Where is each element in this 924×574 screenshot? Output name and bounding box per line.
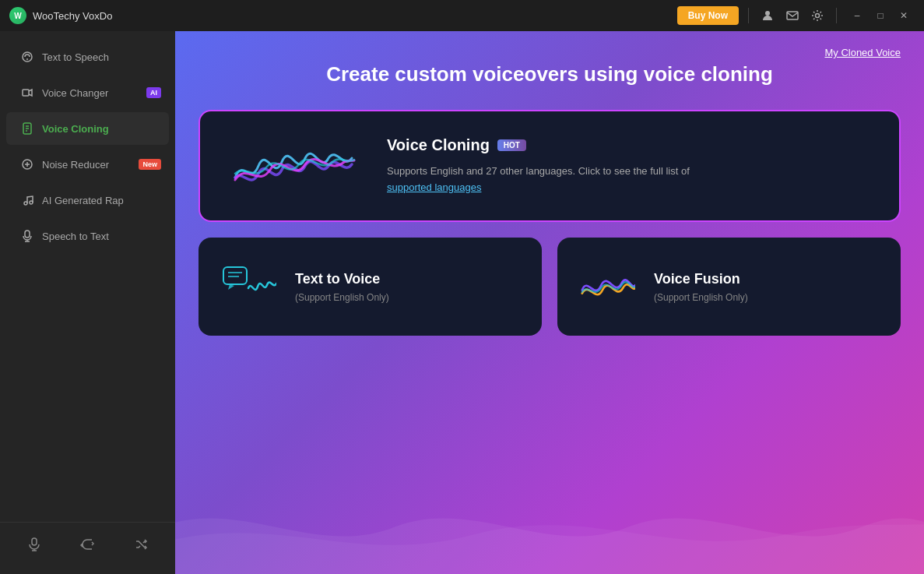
supported-languages-link[interactable]: supported languages [387,181,481,193]
user-icon[interactable] [758,6,777,25]
titlebar-right: Buy Now – □ ✕ [677,5,915,26]
voice-changer-icon [20,86,34,100]
sidebar-item-ai-generated-rap[interactable]: AI Generated Rap [6,184,169,217]
svg-rect-1 [787,12,798,19]
sidebar-item-text-to-speech[interactable]: Text to Speech [6,40,169,73]
content-area: My Cloned Voice Create custom voiceovers… [175,31,924,574]
sidebar-item-voice-changer[interactable]: Voice Changer AI [6,76,169,109]
sidebar-label-text-to-speech: Text to Speech [42,51,109,63]
mail-icon[interactable] [783,6,802,25]
noise-reducer-icon [20,157,34,171]
svg-rect-10 [25,231,30,238]
app-title-label: WooTechy VoxDo [33,10,112,22]
text-to-speech-icon [20,50,34,64]
svg-rect-12 [223,267,247,284]
svg-rect-5 [23,90,29,96]
my-cloned-voice-link[interactable]: My Cloned Voice [824,47,901,58]
text-to-voice-text: Text to Voice (Support English Only) [295,271,389,303]
sidebar-label-noise-reducer: Noise Reducer [42,159,109,171]
text-to-voice-icon-wrap [222,259,276,314]
waveform-graphic [231,135,356,197]
vc-card-description: Supports English and 27 other languages.… [387,164,690,196]
sidebar-label-speech-to-text: Speech to Text [42,231,109,242]
vc-card-title: Voice Cloning HOT [387,136,690,154]
sidebar-item-voice-cloning[interactable]: Voice Cloning [6,112,169,145]
sidebar-item-speech-to-text[interactable]: Speech to Text [6,220,169,252]
sidebar-bottom [0,522,175,566]
vc-card-content: Voice Cloning HOT Supports English and 2… [387,136,690,196]
minimize-button[interactable]: – [846,5,868,26]
buy-now-button[interactable]: Buy Now [677,6,739,25]
close-button[interactable]: ✕ [893,5,915,26]
voice-fusion-text: Voice Fusion (Support English Only) [654,271,748,303]
new-badge: New [139,159,161,170]
shuffle-bottom-icon[interactable] [128,532,153,557]
window-controls: – □ ✕ [846,5,915,26]
ai-badge: AI [146,87,161,98]
svg-rect-11 [32,538,37,545]
voice-cloning-icon [20,121,34,136]
maximize-button[interactable]: □ [870,5,891,26]
svg-point-2 [816,14,820,18]
hot-badge: HOT [497,139,526,151]
text-to-voice-title: Text to Voice [295,271,389,287]
sidebar-label-voice-cloning: Voice Cloning [42,123,109,135]
voice-fusion-icon-wrap [581,259,635,314]
titlebar-divider [748,8,749,23]
bottom-cards: Text to Voice (Support English Only) Voi… [199,238,901,336]
sidebar: Text to Speech Voice Changer AI Voice Cl… [0,31,175,574]
voice-fusion-subtitle: (Support English Only) [654,292,748,303]
main-layout: Text to Speech Voice Changer AI Voice Cl… [0,31,924,574]
titlebar-divider2 [836,8,837,23]
titlebar: W WooTechy VoxDo Buy Now – □ ✕ [0,0,924,31]
svg-point-3 [23,52,32,62]
sidebar-label-voice-changer: Voice Changer [42,87,108,99]
settings-icon[interactable] [808,6,827,25]
mic-bottom-icon[interactable] [22,532,47,557]
app-logo: W [9,7,26,24]
text-to-voice-subtitle: (Support English Only) [295,292,389,303]
voice-fusion-title: Voice Fusion [654,271,748,287]
ai-generated-rap-icon [20,193,34,207]
sidebar-item-noise-reducer[interactable]: Noise Reducer New [6,148,169,181]
titlebar-left: W WooTechy VoxDo [9,7,112,24]
page-heading: Create custom voiceovers using voice clo… [199,62,901,86]
svg-point-0 [765,11,770,16]
speech-to-text-icon [20,229,34,243]
loop-bottom-icon[interactable] [75,532,100,557]
voice-cloning-card[interactable]: Voice Cloning HOT Supports English and 2… [199,110,901,222]
voice-fusion-card[interactable]: Voice Fusion (Support English Only) [557,238,901,336]
sidebar-label-ai-generated-rap: AI Generated Rap [42,195,124,206]
text-to-voice-card[interactable]: Text to Voice (Support English Only) [199,238,542,336]
